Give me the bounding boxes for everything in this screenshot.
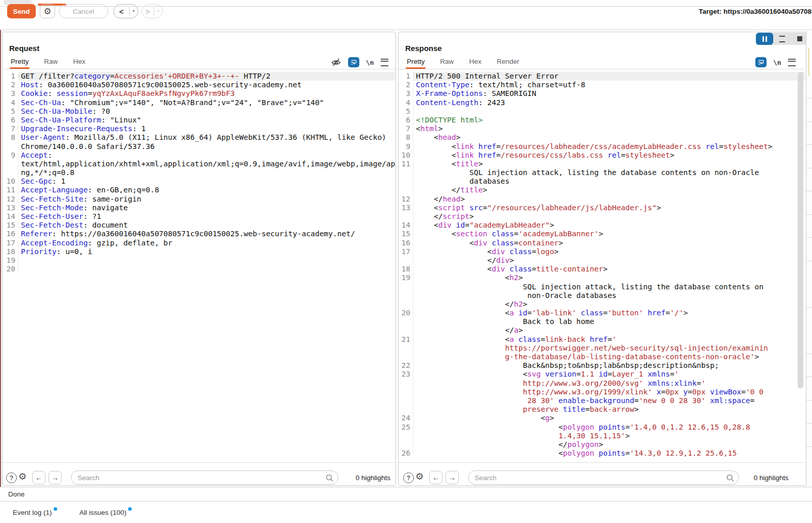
line-number [399, 396, 413, 405]
line-number: 2 [399, 81, 413, 89]
line-content: </head> [413, 195, 805, 204]
search-help-icon[interactable]: ? [403, 472, 414, 483]
inspector-cells[interactable] [806, 76, 812, 486]
search-settings-gear-icon[interactable]: ⚙ [415, 471, 424, 482]
line-content: <a id='lab-link' class='button' href='/'… [413, 309, 805, 317]
wrap-icon[interactable] [348, 57, 359, 67]
line-number: 17 [399, 247, 413, 256]
inspector-collapsed-strip[interactable] [806, 32, 812, 486]
code-line: 14Sec-Fetch-User: ?1 [3, 212, 395, 221]
tab-raw[interactable]: Raw [43, 56, 59, 69]
line-number: 4 [399, 98, 413, 107]
line-number: 16 [399, 239, 413, 247]
request-panel-title: Request [9, 44, 39, 53]
menu-icon[interactable] [381, 59, 388, 66]
newline-icon[interactable]: \n [366, 59, 374, 66]
tab-render[interactable]: Render [496, 56, 520, 69]
line-number [399, 177, 413, 186]
rows-layout-icon[interactable] [773, 33, 791, 45]
forward-dropdown-icon[interactable]: ▾ [154, 7, 162, 15]
line-number [399, 168, 413, 177]
line-number: 9 [3, 151, 18, 160]
line-content: Content-Type: text/html; charset=utf-8 [413, 81, 805, 89]
tab-pretty[interactable]: Pretty [406, 56, 426, 69]
request-header-icons: \n [331, 57, 388, 68]
response-search-input[interactable] [468, 470, 739, 485]
menu-icon[interactable] [788, 59, 796, 66]
code-line: 12 </head> [399, 195, 805, 204]
line-number: 26 [399, 449, 413, 458]
send-button[interactable]: Send [7, 4, 36, 18]
status-bar: Done [0, 487, 812, 501]
line-number [399, 353, 413, 361]
request-editor[interactable]: 1GET /filter?category=Accessories'+ORDER… [3, 70, 395, 461]
line-content: <div class=title-container> [413, 265, 805, 273]
line-number: 12 [399, 195, 413, 204]
tab-raw[interactable]: Raw [439, 56, 455, 69]
response-header-icons: \n [755, 57, 796, 68]
tab-pretty[interactable]: Pretty [10, 56, 30, 69]
line-content: <script src="/resources/labheader/js/lab… [413, 204, 805, 212]
line-number: 10 [3, 177, 18, 186]
search-prev-button[interactable]: ← [429, 471, 442, 484]
status-text: Done [8, 490, 24, 498]
code-line: </div> [399, 256, 805, 265]
code-line: 5 [399, 107, 805, 116]
code-line: http://www.w3.org/2000/svg' xmlns:xlink=… [399, 379, 805, 388]
line-number [399, 186, 413, 194]
code-line: 23 <svg version=1.1 id=Layer_1 xmlns=' [399, 370, 805, 379]
code-line: 5Sec-Ch-Ua-Mobile: ?0 [3, 107, 395, 116]
line-content: <polygon points='1.4,0 0,1.2 12.6,15 0,2… [413, 423, 805, 432]
line-content: Chrome/140.0.0.0 Safari/537.36 [18, 142, 395, 151]
code-line: preserve title=back-arrow> [399, 405, 805, 414]
response-scrollbar[interactable] [798, 72, 803, 388]
next-request-button[interactable]: > ▾ [141, 4, 163, 18]
code-line: 19 <h2> [399, 273, 805, 282]
cancel-button[interactable]: Cancel [59, 4, 108, 18]
code-line: 24 <g> [399, 414, 805, 422]
wrap-icon[interactable] [755, 57, 767, 67]
line-content: <section class='academyLabBanner'> [413, 230, 805, 238]
search-next-button[interactable]: → [48, 471, 62, 484]
line-content [18, 265, 395, 273]
search-next-button[interactable]: → [446, 471, 459, 484]
line-number: 12 [3, 195, 18, 204]
line-content: Upgrade-Insecure-Requests: 1 [18, 124, 395, 133]
tab-hex[interactable]: Hex [468, 56, 482, 69]
line-content: X-Frame-Options: SAMEORIGIN [413, 89, 805, 98]
request-settings-gear-icon[interactable]: ⚙ [40, 4, 55, 18]
code-line: 21 <a class=link-back href=' [399, 335, 805, 344]
line-content: text/html,application/xhtml+xml,applicat… [18, 160, 395, 168]
newline-icon[interactable]: \n [773, 59, 781, 66]
line-number: 4 [3, 98, 18, 107]
code-line: 6<!DOCTYPE html> [399, 116, 805, 124]
line-content: </polygon> [413, 440, 805, 449]
tab-hex[interactable]: Hex [72, 56, 86, 69]
search-help-icon[interactable]: ? [6, 472, 17, 483]
hidden-chars-icon[interactable] [331, 58, 341, 67]
code-line: 6Sec-Ch-Ua-Platform: "Linux" [3, 116, 395, 124]
line-number [399, 326, 413, 335]
footer-tab-event-log[interactable]: Event log (1) [13, 509, 57, 516]
search-prev-button[interactable]: ← [32, 471, 45, 484]
line-content: </h2> [413, 300, 805, 309]
line-content [18, 256, 395, 265]
columns-layout-icon[interactable] [756, 33, 773, 45]
code-line: https://portswigger.net/web-security/sql… [399, 344, 805, 353]
window-left-edge [0, 0, 1, 523]
line-content: <link href=/resources/css/labs.css rel=s… [413, 151, 805, 160]
back-dropdown-icon[interactable]: ▾ [129, 7, 138, 15]
search-settings-gear-icon[interactable]: ⚙ [18, 471, 27, 482]
line-number: 1 [399, 72, 413, 81]
previous-request-button[interactable]: < ▾ [113, 4, 138, 18]
line-number: 20 [3, 265, 18, 273]
line-content: Accept-Language: en-GB,en;q=0.8 [18, 186, 395, 194]
response-editor[interactable]: 1HTTP/2 500 Internal Server Error2Conten… [399, 70, 805, 461]
request-search-input[interactable] [71, 470, 338, 485]
code-line: 1HTTP/2 500 Internal Server Error [399, 72, 805, 81]
code-line: 22 Back&nbsp;to&nbsp;lab&nbsp;descriptio… [399, 361, 805, 370]
line-number: 8 [399, 133, 413, 142]
line-number: 3 [3, 89, 18, 98]
footer-tab-all-issues[interactable]: All issues (100) [80, 509, 132, 516]
code-line: 3Cookie: session=yqYzAxLAquF8aekPsfNgvyP… [3, 89, 395, 98]
